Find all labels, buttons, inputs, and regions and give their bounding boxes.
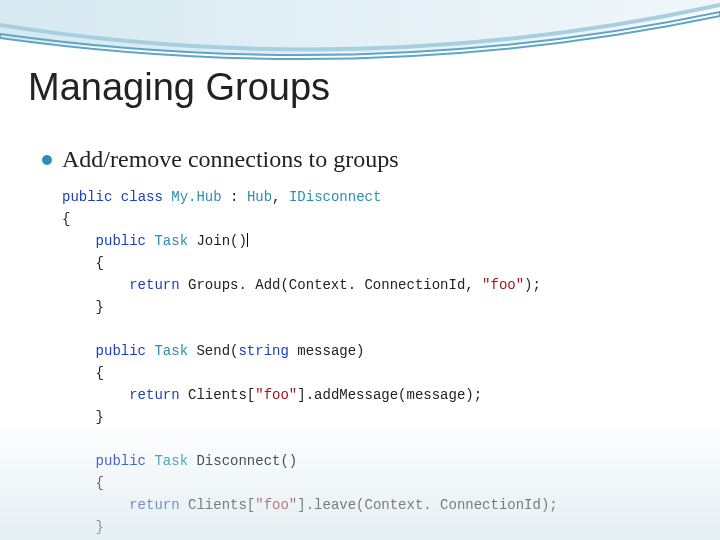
- string-literal: "foo": [255, 497, 297, 513]
- method-send: Send: [196, 343, 230, 359]
- code-block: public class My.Hub : Hub, IDisconnect {…: [62, 186, 680, 540]
- kw-public: public: [96, 453, 146, 469]
- type-myhub: My.Hub: [171, 189, 221, 205]
- call: Clients[: [180, 387, 256, 403]
- kw-return: return: [129, 387, 179, 403]
- method-disconnect: Disconnect: [196, 453, 280, 469]
- kw-return: return: [129, 277, 179, 293]
- call: ].addMessage(message);: [297, 387, 482, 403]
- string-literal: "foo": [255, 387, 297, 403]
- kw-class: class: [121, 189, 163, 205]
- slide: Managing Groups Add/remove connections t…: [0, 0, 720, 540]
- bullet-text: Add/remove connections to groups: [62, 146, 399, 173]
- kw-return: return: [129, 497, 179, 513]
- end: );: [524, 277, 541, 293]
- call: Clients[: [180, 497, 256, 513]
- type-string: string: [238, 343, 288, 359]
- string-literal: "foo": [482, 277, 524, 293]
- comma: ,: [272, 189, 289, 205]
- kw-public: public: [62, 189, 112, 205]
- type-task: Task: [154, 233, 188, 249]
- paren-close: ): [356, 343, 364, 359]
- type-idisconnect: IDisconnect: [289, 189, 381, 205]
- call: Groups. Add(Context. ConnectionId,: [180, 277, 482, 293]
- bullet-icon: [42, 155, 52, 165]
- type-task: Task: [154, 343, 188, 359]
- kw-public: public: [96, 343, 146, 359]
- colon: :: [222, 189, 247, 205]
- parens: (): [280, 453, 297, 469]
- call: ].leave(Context. ConnectionId);: [297, 497, 557, 513]
- cursor-icon: [247, 233, 248, 247]
- kw-public: public: [96, 233, 146, 249]
- slide-title: Managing Groups: [28, 66, 330, 109]
- bullet-item: Add/remove connections to groups: [42, 146, 399, 173]
- type-task: Task: [154, 453, 188, 469]
- type-hub: Hub: [247, 189, 272, 205]
- param-name: message: [289, 343, 356, 359]
- method-join: Join: [196, 233, 230, 249]
- parens: (): [230, 233, 247, 249]
